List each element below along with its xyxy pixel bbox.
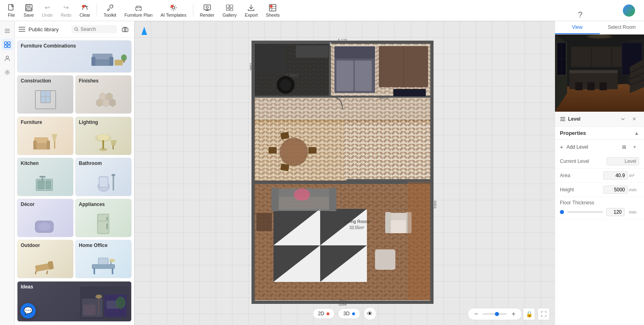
sidebar-layers-button[interactable] [2, 25, 13, 37]
level-icon [560, 116, 566, 122]
svg-rect-92 [102, 264, 104, 266]
camera-button[interactable] [120, 24, 130, 34]
3d-preview[interactable] [555, 35, 644, 112]
svg-rect-141 [280, 163, 289, 171]
svg-rect-161 [385, 212, 391, 233]
2d-view-button[interactable]: 2D [313, 308, 335, 319]
svg-text:Living Room: Living Room [344, 219, 369, 224]
redo-icon: ↪ [62, 4, 70, 12]
sidebar-library-button[interactable] [2, 39, 13, 50]
clear-button[interactable]: Clear [76, 2, 93, 19]
properties-section-header[interactable]: Properties ▲ [555, 127, 644, 140]
library-item-furniture[interactable]: Furniture [17, 117, 74, 155]
svg-rect-90 [112, 269, 113, 274]
current-level-input[interactable] [607, 157, 639, 165]
svg-rect-134 [393, 89, 426, 96]
library-item-furniture-combinations[interactable]: Furniture Combinations [17, 40, 132, 73]
add-level-icon1-button[interactable]: ⊞ [620, 143, 629, 152]
add-level-button[interactable]: + Add Level ⊞ + [555, 140, 644, 154]
visibility-button[interactable]: 👁 [363, 307, 376, 320]
ai-templates-button[interactable]: AI Templates [157, 2, 189, 19]
sidebar-icons [0, 21, 15, 325]
svg-rect-83 [106, 223, 108, 229]
svg-rect-126 [296, 46, 328, 58]
svg-rect-163 [375, 249, 395, 270]
svg-text:3264: 3264 [338, 299, 347, 303]
library-item-construction[interactable]: Construction [17, 75, 74, 114]
svg-rect-27 [4, 42, 7, 44]
undo-icon: ↩ [43, 4, 51, 12]
library-item-lighting[interactable]: Lighting [75, 117, 132, 155]
library-item-bathroom[interactable]: Bathroom [75, 158, 132, 196]
fullscreen-button[interactable]: ⛶ [538, 308, 550, 320]
svg-rect-140 [280, 132, 289, 139]
svg-rect-91 [98, 258, 108, 264]
library-item-home-office[interactable]: Home Office [75, 240, 132, 278]
redo-button[interactable]: ↪ Redo [57, 2, 74, 19]
level-header: Level ✕ [555, 112, 644, 127]
sheets-icon [269, 4, 277, 12]
svg-marker-54 [96, 99, 103, 107]
save-button[interactable]: Save [20, 2, 37, 19]
zoom-out-button[interactable]: − [472, 310, 480, 318]
undo-button[interactable]: ↩ Undo [39, 2, 56, 19]
svg-rect-70 [38, 181, 44, 189]
level-expand-button[interactable] [618, 114, 628, 124]
height-row: Height mm [555, 183, 644, 197]
svg-rect-8 [137, 6, 141, 8]
svg-point-13 [206, 6, 208, 9]
tab-select-room[interactable]: Select Room [600, 21, 644, 34]
render-button[interactable]: Render [197, 2, 218, 19]
sidebar-settings-button[interactable] [2, 67, 13, 78]
sidebar-people-button[interactable] [2, 53, 13, 64]
library-item-appliances[interactable]: Appliances [75, 199, 132, 237]
area-row: Area m² [555, 169, 644, 183]
svg-rect-155 [256, 213, 272, 231]
svg-rect-18 [226, 9, 229, 11]
floor-thickness-slider[interactable] [567, 211, 603, 213]
library-item-decor[interactable]: Décor [17, 199, 74, 237]
toolkit-button[interactable]: Toolkit [100, 2, 119, 19]
svg-text:Bathroom: Bathroom [282, 67, 302, 72]
svg-rect-17 [230, 5, 233, 8]
sheets-button[interactable]: Sheets [262, 2, 283, 19]
svg-point-101 [95, 295, 102, 299]
chat-bubble[interactable]: 💬 [20, 303, 36, 318]
canvas-area[interactable]: 5.122 3881 992.4 6401 3264 Bathroom 7.16… [134, 21, 555, 325]
search-input[interactable] [80, 26, 114, 32]
svg-rect-76 [113, 175, 114, 191]
svg-rect-98 [83, 305, 95, 315]
floor-thickness-input[interactable] [606, 208, 624, 216]
svg-marker-56 [109, 99, 116, 107]
zoom-thumb[interactable] [495, 312, 499, 316]
3d-view-button[interactable]: 3D [338, 308, 360, 319]
library-item-kitchen[interactable]: Kitchen [17, 158, 74, 196]
furniture-plan-button[interactable]: Furniture Plan [121, 2, 156, 19]
file-button[interactable]: File [4, 2, 19, 19]
svg-rect-60 [47, 141, 50, 150]
gallery-button[interactable]: Gallery [219, 2, 240, 19]
library-item-finishes[interactable]: Finishes [75, 75, 132, 114]
area-input[interactable] [603, 171, 628, 180]
library-panel: Public library Furniture Combinations [15, 21, 134, 325]
lock-button[interactable]: 🔒 [523, 308, 535, 320]
3d-view-tabs: View Select Room [555, 21, 644, 35]
svg-rect-183 [600, 82, 607, 90]
library-item-ideas[interactable]: Ideas [17, 281, 132, 322]
ai-templates-icon [169, 4, 178, 12]
level-close-button[interactable]: ✕ [629, 114, 639, 124]
svg-rect-44 [115, 60, 123, 65]
svg-rect-75 [99, 177, 108, 187]
add-level-icon2-button[interactable]: + [630, 143, 639, 152]
compass [140, 27, 148, 37]
height-input[interactable] [603, 186, 628, 194]
user-avatar [623, 4, 635, 17]
zoom-in-button[interactable]: + [510, 310, 518, 318]
svg-point-64 [98, 134, 109, 140]
render-icon [203, 4, 211, 12]
tab-view[interactable]: View [555, 21, 600, 34]
floor-thickness-dot [560, 210, 564, 214]
library-item-outdoor[interactable]: Outdoor [17, 240, 74, 278]
export-button[interactable]: Export [242, 2, 261, 19]
help-button[interactable]: ? [575, 10, 585, 20]
